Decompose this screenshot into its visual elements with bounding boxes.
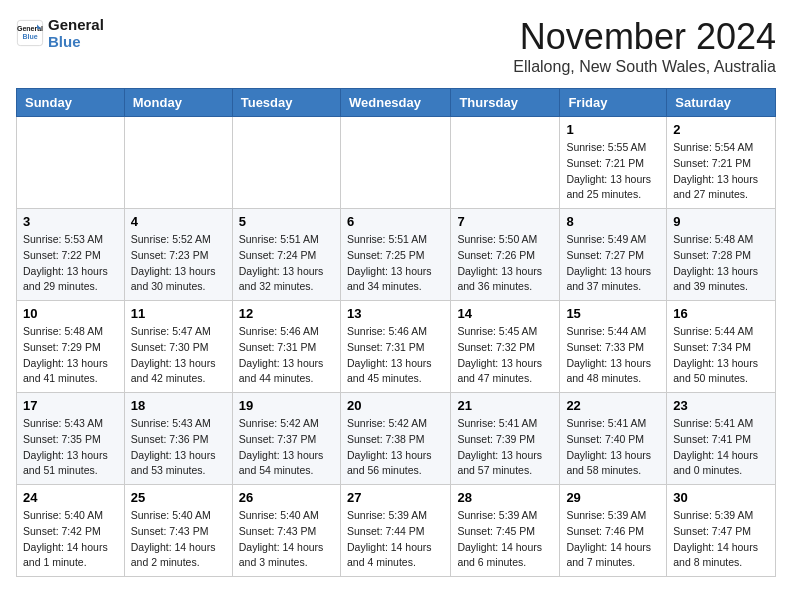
day-info: Sunrise: 5:40 AM Sunset: 7:43 PM Dayligh… (239, 508, 334, 571)
day-info: Sunrise: 5:41 AM Sunset: 7:39 PM Dayligh… (457, 416, 553, 479)
calendar-day-cell: 23Sunrise: 5:41 AM Sunset: 7:41 PM Dayli… (667, 393, 776, 485)
calendar-day-cell: 17Sunrise: 5:43 AM Sunset: 7:35 PM Dayli… (17, 393, 125, 485)
day-info: Sunrise: 5:49 AM Sunset: 7:27 PM Dayligh… (566, 232, 660, 295)
calendar-day-cell: 19Sunrise: 5:42 AM Sunset: 7:37 PM Dayli… (232, 393, 340, 485)
calendar-day-cell: 29Sunrise: 5:39 AM Sunset: 7:46 PM Dayli… (560, 485, 667, 577)
day-number: 21 (457, 398, 553, 413)
day-info: Sunrise: 5:50 AM Sunset: 7:26 PM Dayligh… (457, 232, 553, 295)
weekday-header-cell: Thursday (451, 89, 560, 117)
calendar-day-cell: 11Sunrise: 5:47 AM Sunset: 7:30 PM Dayli… (124, 301, 232, 393)
day-number: 27 (347, 490, 444, 505)
calendar-day-cell: 5Sunrise: 5:51 AM Sunset: 7:24 PM Daylig… (232, 209, 340, 301)
calendar-day-cell: 10Sunrise: 5:48 AM Sunset: 7:29 PM Dayli… (17, 301, 125, 393)
calendar-day-cell: 26Sunrise: 5:40 AM Sunset: 7:43 PM Dayli… (232, 485, 340, 577)
day-number: 3 (23, 214, 118, 229)
day-info: Sunrise: 5:55 AM Sunset: 7:21 PM Dayligh… (566, 140, 660, 203)
day-info: Sunrise: 5:48 AM Sunset: 7:29 PM Dayligh… (23, 324, 118, 387)
weekday-header-row: SundayMondayTuesdayWednesdayThursdayFrid… (17, 89, 776, 117)
calendar-day-cell: 27Sunrise: 5:39 AM Sunset: 7:44 PM Dayli… (340, 485, 450, 577)
calendar-day-cell: 9Sunrise: 5:48 AM Sunset: 7:28 PM Daylig… (667, 209, 776, 301)
day-number: 4 (131, 214, 226, 229)
day-number: 9 (673, 214, 769, 229)
day-number: 18 (131, 398, 226, 413)
calendar-day-cell: 1Sunrise: 5:55 AM Sunset: 7:21 PM Daylig… (560, 117, 667, 209)
svg-text:Blue: Blue (22, 33, 37, 40)
logo-text-line2: Blue (48, 33, 104, 50)
day-info: Sunrise: 5:43 AM Sunset: 7:35 PM Dayligh… (23, 416, 118, 479)
calendar-day-cell: 14Sunrise: 5:45 AM Sunset: 7:32 PM Dayli… (451, 301, 560, 393)
weekday-header-cell: Wednesday (340, 89, 450, 117)
day-number: 22 (566, 398, 660, 413)
logo: General Blue General Blue (16, 16, 104, 50)
calendar-week-row: 17Sunrise: 5:43 AM Sunset: 7:35 PM Dayli… (17, 393, 776, 485)
calendar-day-cell (124, 117, 232, 209)
day-info: Sunrise: 5:42 AM Sunset: 7:38 PM Dayligh… (347, 416, 444, 479)
day-number: 2 (673, 122, 769, 137)
calendar-day-cell: 21Sunrise: 5:41 AM Sunset: 7:39 PM Dayli… (451, 393, 560, 485)
day-info: Sunrise: 5:51 AM Sunset: 7:25 PM Dayligh… (347, 232, 444, 295)
day-number: 5 (239, 214, 334, 229)
weekday-header-cell: Sunday (17, 89, 125, 117)
title-section: November 2024 Ellalong, New South Wales,… (513, 16, 776, 76)
day-number: 28 (457, 490, 553, 505)
calendar-day-cell: 3Sunrise: 5:53 AM Sunset: 7:22 PM Daylig… (17, 209, 125, 301)
weekday-header-cell: Saturday (667, 89, 776, 117)
day-number: 17 (23, 398, 118, 413)
calendar-day-cell: 24Sunrise: 5:40 AM Sunset: 7:42 PM Dayli… (17, 485, 125, 577)
calendar-day-cell: 30Sunrise: 5:39 AM Sunset: 7:47 PM Dayli… (667, 485, 776, 577)
calendar-week-row: 24Sunrise: 5:40 AM Sunset: 7:42 PM Dayli… (17, 485, 776, 577)
day-number: 14 (457, 306, 553, 321)
day-number: 11 (131, 306, 226, 321)
calendar-day-cell (340, 117, 450, 209)
calendar-day-cell: 13Sunrise: 5:46 AM Sunset: 7:31 PM Dayli… (340, 301, 450, 393)
weekday-header-cell: Tuesday (232, 89, 340, 117)
calendar-day-cell: 12Sunrise: 5:46 AM Sunset: 7:31 PM Dayli… (232, 301, 340, 393)
day-info: Sunrise: 5:46 AM Sunset: 7:31 PM Dayligh… (239, 324, 334, 387)
calendar-body: 1Sunrise: 5:55 AM Sunset: 7:21 PM Daylig… (17, 117, 776, 577)
day-info: Sunrise: 5:39 AM Sunset: 7:44 PM Dayligh… (347, 508, 444, 571)
calendar-table: SundayMondayTuesdayWednesdayThursdayFrid… (16, 88, 776, 577)
day-number: 13 (347, 306, 444, 321)
day-info: Sunrise: 5:44 AM Sunset: 7:34 PM Dayligh… (673, 324, 769, 387)
day-number: 19 (239, 398, 334, 413)
calendar-day-cell: 6Sunrise: 5:51 AM Sunset: 7:25 PM Daylig… (340, 209, 450, 301)
day-number: 24 (23, 490, 118, 505)
day-info: Sunrise: 5:48 AM Sunset: 7:28 PM Dayligh… (673, 232, 769, 295)
day-number: 23 (673, 398, 769, 413)
calendar-day-cell (17, 117, 125, 209)
day-info: Sunrise: 5:39 AM Sunset: 7:47 PM Dayligh… (673, 508, 769, 571)
location-title: Ellalong, New South Wales, Australia (513, 58, 776, 76)
calendar-day-cell: 28Sunrise: 5:39 AM Sunset: 7:45 PM Dayli… (451, 485, 560, 577)
day-info: Sunrise: 5:45 AM Sunset: 7:32 PM Dayligh… (457, 324, 553, 387)
calendar-day-cell: 20Sunrise: 5:42 AM Sunset: 7:38 PM Dayli… (340, 393, 450, 485)
weekday-header-cell: Friday (560, 89, 667, 117)
day-number: 25 (131, 490, 226, 505)
calendar-day-cell: 2Sunrise: 5:54 AM Sunset: 7:21 PM Daylig… (667, 117, 776, 209)
day-number: 7 (457, 214, 553, 229)
day-number: 8 (566, 214, 660, 229)
day-info: Sunrise: 5:39 AM Sunset: 7:45 PM Dayligh… (457, 508, 553, 571)
calendar-week-row: 3Sunrise: 5:53 AM Sunset: 7:22 PM Daylig… (17, 209, 776, 301)
day-info: Sunrise: 5:52 AM Sunset: 7:23 PM Dayligh… (131, 232, 226, 295)
day-info: Sunrise: 5:42 AM Sunset: 7:37 PM Dayligh… (239, 416, 334, 479)
day-number: 30 (673, 490, 769, 505)
logo-text-line1: General (48, 16, 104, 33)
day-info: Sunrise: 5:53 AM Sunset: 7:22 PM Dayligh… (23, 232, 118, 295)
day-info: Sunrise: 5:43 AM Sunset: 7:36 PM Dayligh… (131, 416, 226, 479)
calendar-week-row: 10Sunrise: 5:48 AM Sunset: 7:29 PM Dayli… (17, 301, 776, 393)
day-number: 1 (566, 122, 660, 137)
header: General Blue General Blue November 2024 … (16, 16, 776, 76)
weekday-header-cell: Monday (124, 89, 232, 117)
day-number: 10 (23, 306, 118, 321)
day-info: Sunrise: 5:41 AM Sunset: 7:40 PM Dayligh… (566, 416, 660, 479)
day-info: Sunrise: 5:44 AM Sunset: 7:33 PM Dayligh… (566, 324, 660, 387)
day-number: 6 (347, 214, 444, 229)
day-number: 12 (239, 306, 334, 321)
day-number: 15 (566, 306, 660, 321)
calendar-day-cell: 8Sunrise: 5:49 AM Sunset: 7:27 PM Daylig… (560, 209, 667, 301)
month-title: November 2024 (513, 16, 776, 58)
day-info: Sunrise: 5:40 AM Sunset: 7:43 PM Dayligh… (131, 508, 226, 571)
calendar-day-cell: 22Sunrise: 5:41 AM Sunset: 7:40 PM Dayli… (560, 393, 667, 485)
day-info: Sunrise: 5:54 AM Sunset: 7:21 PM Dayligh… (673, 140, 769, 203)
calendar-day-cell: 18Sunrise: 5:43 AM Sunset: 7:36 PM Dayli… (124, 393, 232, 485)
